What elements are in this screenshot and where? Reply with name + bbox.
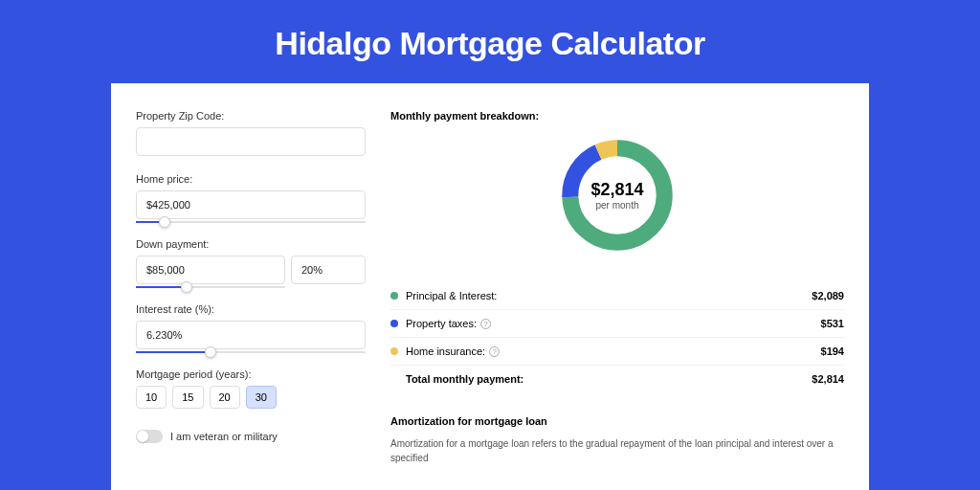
legend-total-label: Total monthly payment: [406,373,812,385]
down-payment-field: Down payment: [136,238,366,288]
donut-sub: per month [595,200,638,211]
down-payment-label: Down payment: [136,238,366,250]
down-payment-input[interactable] [136,256,285,284]
legend-taxes-label: Property taxes: [406,318,477,329]
zip-label: Property Zip Code: [136,110,366,122]
amort-title: Amortization for mortgage loan [390,415,844,427]
period-label: Mortgage period (years): [136,368,366,380]
legend-total-value: $2,814 [812,373,844,385]
zip-field: Property Zip Code: [136,110,366,158]
amort-text: Amortization for a mortgage loan refers … [390,436,844,465]
info-icon[interactable]: ? [489,346,500,357]
legend-insurance-label: Home insurance: [406,345,485,357]
form-panel: Property Zip Code: Home price: Down paym… [136,110,366,465]
period-10-button[interactable]: 10 [136,386,167,409]
down-payment-slider[interactable] [136,286,285,288]
veteran-label: I am veteran or military [170,431,278,442]
legend-principal-value: $2,089 [812,290,844,301]
page-title: Hidalgo Mortgage Calculator [0,0,980,83]
info-icon[interactable]: ? [480,319,491,329]
legend-insurance: Home insurance: ? $194 [390,338,844,366]
legend-taxes: Property taxes: ? $531 [390,310,844,338]
calculator-card: Property Zip Code: Home price: Down paym… [111,83,869,490]
rate-slider[interactable] [136,351,366,353]
dot-icon [390,347,398,355]
donut-chart: $2,814 per month [555,133,679,257]
period-field: Mortgage period (years): 10 15 20 30 [136,368,366,409]
home-price-slider[interactable] [136,221,366,223]
legend-principal-label: Principal & Interest: [406,290,812,301]
home-price-input[interactable] [136,190,366,219]
breakdown-panel: Monthly payment breakdown: $2,814 per mo… [390,110,844,465]
period-20-button[interactable]: 20 [210,386,240,409]
breakdown-title: Monthly payment breakdown: [390,110,844,122]
donut-amount: $2,814 [590,180,643,200]
veteran-toggle[interactable] [136,430,163,443]
home-price-field: Home price: [136,173,366,223]
home-price-label: Home price: [136,173,366,185]
dot-icon [390,320,398,327]
zip-input[interactable] [136,127,366,156]
dot-icon [390,292,398,300]
period-30-button[interactable]: 30 [246,386,277,409]
legend-taxes-value: $531 [821,318,844,329]
veteran-row: I am veteran or military [136,430,366,443]
legend-total: Total monthly payment: $2,814 [390,366,844,392]
donut-chart-wrap: $2,814 per month [390,133,844,257]
legend-insurance-value: $194 [821,345,844,357]
down-payment-pct-input[interactable] [291,256,366,284]
rate-input[interactable] [136,321,366,349]
rate-field: Interest rate (%): [136,303,366,353]
period-15-button[interactable]: 15 [172,386,203,409]
rate-label: Interest rate (%): [136,303,366,315]
legend-principal: Principal & Interest: $2,089 [390,282,844,310]
